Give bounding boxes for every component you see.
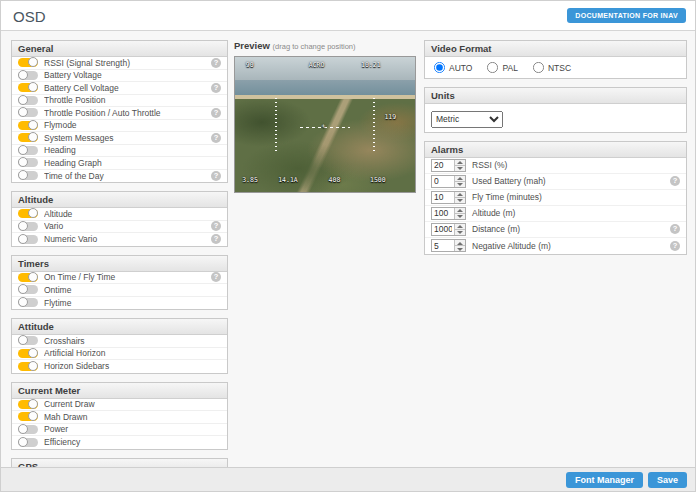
toggle-vario[interactable] <box>18 222 38 231</box>
item-label: Flytime <box>44 298 221 308</box>
toggle-power[interactable] <box>18 425 38 434</box>
toggle-knob <box>18 234 28 244</box>
documentation-button[interactable]: DOCUMENTATION FOR INAV <box>567 8 686 23</box>
toggle-on-time-fly-time[interactable] <box>18 273 38 282</box>
panel-timers: TimersOn Time / Fly Time?OntimeFlytime <box>11 255 228 311</box>
osd-item-row-rssi-signal-strength: RSSI (Signal Strength)? <box>12 57 227 70</box>
preview-title: Preview (drag to change position) <box>234 40 418 51</box>
help-icon[interactable]: ? <box>670 176 680 186</box>
radio-ntsc[interactable] <box>533 62 544 73</box>
video-format-option-ntsc[interactable]: NTSC <box>532 61 571 74</box>
osd-item-row-current-draw: Current Draw <box>12 399 227 412</box>
toggle-knob <box>18 157 28 167</box>
alarm-value-input[interactable] <box>432 208 454 219</box>
toggle-current-draw[interactable] <box>18 400 38 409</box>
save-button[interactable]: Save <box>648 472 687 488</box>
help-icon[interactable]: ? <box>211 171 221 181</box>
alarm-value-input[interactable] <box>432 192 454 203</box>
toggle-mah-drawn[interactable] <box>18 412 38 421</box>
toggle-knob <box>18 335 28 345</box>
toggle-knob <box>28 120 38 130</box>
toggle-altitude[interactable] <box>18 209 38 218</box>
units-select[interactable]: Metric <box>431 111 503 128</box>
item-label: Throttle Position / Auto Throttle <box>44 108 211 118</box>
osd-element-1[interactable]: ACRO <box>309 62 325 69</box>
alarm-value-input[interactable] <box>432 176 454 187</box>
toggle-heading[interactable] <box>18 146 38 155</box>
osd-item-row-efficiency: Efficiency <box>12 436 227 449</box>
toggle-knob <box>28 82 38 92</box>
item-label: Crosshairs <box>44 336 221 346</box>
spinner-down-icon[interactable] <box>455 166 465 171</box>
osd-item-row-time-of-the-day: Time of the Day? <box>12 170 227 183</box>
toggle-efficiency[interactable] <box>18 438 38 447</box>
help-icon[interactable]: ? <box>211 272 221 282</box>
alarm-value-input[interactable] <box>432 240 454 251</box>
help-icon[interactable]: ? <box>211 133 221 143</box>
item-label: Horizon Sidebars <box>44 361 221 371</box>
toggle-time-of-the-day[interactable] <box>18 171 38 180</box>
toggle-flymode[interactable] <box>18 121 38 130</box>
osd-item-row-battery-cell-voltage: Battery Cell Voltage? <box>12 82 227 95</box>
item-label: Throttle Position <box>44 95 221 105</box>
toggle-crosshairs[interactable] <box>18 336 38 345</box>
osd-item-row-flytime: Flytime <box>12 297 227 310</box>
help-icon[interactable]: ? <box>211 221 221 231</box>
help-icon[interactable]: ? <box>211 83 221 93</box>
osd-element-5[interactable]: 3.85 <box>242 177 258 184</box>
toggle-ontime[interactable] <box>18 285 38 294</box>
help-icon[interactable]: ? <box>211 58 221 68</box>
radio-auto[interactable] <box>434 62 445 73</box>
panel-current-meter: Current MeterCurrent DrawMah DrawnPowerE… <box>11 382 228 450</box>
radio-pal[interactable] <box>487 62 498 73</box>
video-format-option-auto[interactable]: AUTO <box>433 61 472 74</box>
toggle-knob <box>28 348 38 358</box>
osd-element-6[interactable]: 14.1A <box>278 177 298 184</box>
osd-item-row-heading: Heading <box>12 145 227 158</box>
osd-preview[interactable]: 90ACRO10:21119+3.8514.1A4081500 <box>234 56 416 193</box>
toggle-numeric-vario[interactable] <box>18 235 38 244</box>
spinner-down-icon[interactable] <box>455 182 465 187</box>
help-icon[interactable]: ? <box>211 108 221 118</box>
help-icon[interactable]: ? <box>670 224 680 234</box>
item-label: Heading Graph <box>44 158 221 168</box>
toggle-heading-graph[interactable] <box>18 158 38 167</box>
alarm-label: Negative Altitude (m) <box>472 241 670 251</box>
osd-element-3[interactable]: 119 <box>384 114 396 121</box>
toggle-knob <box>28 132 38 142</box>
panel-header-gps: GPS <box>12 459 227 468</box>
toggle-artificial-horizon[interactable] <box>18 349 38 358</box>
alarm-value-input[interactable] <box>432 160 454 171</box>
font-manager-button[interactable]: Font Manager <box>566 472 643 488</box>
spinner-down-icon[interactable] <box>455 246 465 251</box>
units-row: Metric <box>425 104 686 132</box>
osd-item-row-artificial-horizon: Artificial Horizon <box>12 348 227 361</box>
help-icon[interactable]: ? <box>670 241 680 251</box>
spinner-down-icon[interactable] <box>455 198 465 203</box>
toggle-battery-cell-voltage[interactable] <box>18 83 38 92</box>
osd-item-row-flymode: Flymode <box>12 120 227 133</box>
osd-element-4[interactable]: + <box>321 123 325 130</box>
osd-element-2[interactable]: 10:21 <box>361 62 381 69</box>
preview-title-text: Preview <box>234 40 270 51</box>
preview-sea <box>235 80 415 95</box>
alarm-value-input[interactable] <box>432 224 454 235</box>
osd-element-7[interactable]: 408 <box>329 177 341 184</box>
help-icon[interactable]: ? <box>211 234 221 244</box>
toggle-horizon-sidebars[interactable] <box>18 362 38 371</box>
toggle-knob <box>18 284 28 294</box>
toggle-system-messages[interactable] <box>18 133 38 142</box>
toggle-throttle-position-auto-throttle[interactable] <box>18 108 38 117</box>
spinner-down-icon[interactable] <box>455 230 465 235</box>
spinner-down-icon[interactable] <box>455 214 465 219</box>
toggle-flytime[interactable] <box>18 298 38 307</box>
toggle-knob <box>28 361 38 371</box>
toggle-battery-voltage[interactable] <box>18 71 38 80</box>
toggle-throttle-position[interactable] <box>18 96 38 105</box>
osd-element-0[interactable]: 90 <box>246 62 254 69</box>
toggle-knob <box>18 70 28 80</box>
video-format-option-pal[interactable]: PAL <box>486 61 517 74</box>
spinner <box>454 160 465 171</box>
osd-element-8[interactable]: 1500 <box>370 177 386 184</box>
toggle-rssi-signal-strength[interactable] <box>18 58 38 67</box>
